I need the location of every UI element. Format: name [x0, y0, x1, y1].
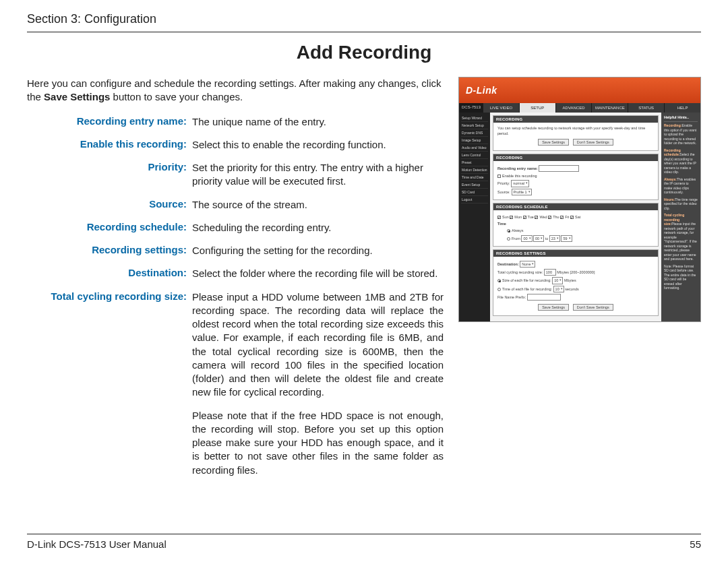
- dont-save-settings-button[interactable]: Don't Save Settings: [573, 304, 613, 311]
- def-row: Recording settings:Configuring the setti…: [27, 244, 444, 257]
- sidebar-item[interactable]: Lens Control: [461, 152, 488, 159]
- intro-text: Here you can configure and schedule the …: [27, 77, 444, 104]
- term: Destination:: [27, 267, 192, 280]
- sidebar-item[interactable]: Time and Date: [461, 174, 488, 181]
- entry-name-input[interactable]: [539, 165, 579, 172]
- desc: Select this to enable the recording func…: [192, 138, 444, 152]
- term: Source:: [27, 198, 192, 212]
- tab-maintenance[interactable]: MAINTENANCE: [592, 103, 628, 113]
- tab-live-video[interactable]: LIVE VIDEO: [483, 103, 519, 113]
- day-thu-checkbox[interactable]: [548, 216, 551, 219]
- size-radio[interactable]: [497, 279, 501, 282]
- term: Total cycling recording size:: [27, 290, 192, 477]
- from-radio[interactable]: [507, 237, 510, 241]
- to-hour-select[interactable]: 23: [549, 235, 560, 242]
- page-title: Add Recording: [27, 42, 701, 63]
- def-row: Total cycling recording size: Please inp…: [27, 290, 444, 477]
- term: Recording schedule:: [27, 221, 192, 235]
- panel-heading: RECORDING: [493, 116, 658, 123]
- size-select[interactable]: 10: [552, 277, 563, 284]
- desc: Select the folder where the recording fi…: [192, 267, 444, 280]
- intro-after: button to save your changes.: [110, 91, 243, 102]
- dlink-logo: D-Link: [466, 85, 497, 96]
- def-row: Priority:Set the priority for this entry…: [27, 161, 444, 189]
- destination-select[interactable]: None: [520, 261, 535, 268]
- sidebar-item[interactable]: Logout: [461, 196, 488, 204]
- panel-heading: RECORDING SETTINGS: [493, 250, 658, 257]
- help-text: Please input the network path of your ne…: [664, 222, 697, 261]
- sidebar-item[interactable]: Dynamic DNS: [461, 129, 488, 137]
- help-term: Always:: [664, 177, 677, 181]
- day-label: Sat: [575, 215, 580, 219]
- sidebar-item[interactable]: SD Card: [461, 189, 488, 196]
- save-settings-button[interactable]: Save Settings: [538, 304, 569, 311]
- priority-label: Priority:: [497, 181, 510, 185]
- sidebar-item[interactable]: Motion Detection: [461, 166, 488, 174]
- tab-status[interactable]: STATUS: [628, 103, 664, 113]
- sidebar-item[interactable]: Image Setup: [461, 137, 488, 144]
- day-label: Mon: [514, 215, 522, 219]
- page-footer: D-Link DCS-7513 User Manual 55: [27, 534, 701, 550]
- day-sun-checkbox[interactable]: [497, 216, 501, 219]
- day-tue-checkbox[interactable]: [523, 216, 526, 219]
- def-row: Enable this recording:Select this to ena…: [27, 138, 444, 152]
- desc: Scheduling the recording entry.: [192, 221, 444, 235]
- priority-select[interactable]: normal: [511, 180, 529, 187]
- help-term: Hours:: [664, 197, 675, 201]
- definitions-list: Recording entry name:The unique name of …: [27, 115, 444, 477]
- source-select[interactable]: Profile 1: [512, 189, 532, 195]
- panel-recording-schedule: RECORDING SCHEDULE Sun Mon Tue Wed Thu F…: [493, 203, 659, 247]
- from-hour-select[interactable]: 00: [521, 235, 532, 242]
- day-fri-checkbox[interactable]: [560, 216, 564, 219]
- sidebar-item[interactable]: Audio and Video: [461, 144, 488, 152]
- screenshot-help: Helpful Hints.. Recording:Enable this op…: [661, 113, 700, 321]
- screenshot: D-Link DCS-7513 LIVE VIDEO SETUP ADVANCE…: [458, 77, 701, 322]
- term: Recording entry name:: [27, 115, 192, 129]
- tab-setup[interactable]: SETUP: [520, 103, 555, 113]
- entry-name-label: Recording entry name:: [497, 166, 538, 170]
- screenshot-header: D-Link: [459, 77, 700, 103]
- content-column: Here you can configure and schedule the …: [27, 77, 444, 481]
- always-label: Always: [512, 228, 523, 232]
- screenshot-column: D-Link DCS-7513 LIVE VIDEO SETUP ADVANCE…: [458, 77, 701, 481]
- tcrs-label: Total cycling recording size:: [497, 270, 543, 274]
- day-label: Wed: [539, 215, 547, 219]
- desc: Set the priority for this entry. The ent…: [192, 161, 444, 189]
- term: Enable this recording:: [27, 138, 192, 152]
- timefile-select[interactable]: 10: [553, 286, 564, 292]
- help-term: Recording:: [664, 123, 681, 127]
- prefix-input[interactable]: [527, 294, 561, 301]
- enable-recording-checkbox[interactable]: [497, 175, 501, 178]
- tcrs-input[interactable]: 100: [544, 269, 556, 276]
- dont-save-settings-button[interactable]: Don't Save Settings: [573, 139, 613, 146]
- always-radio[interactable]: [507, 229, 510, 232]
- to-min-select[interactable]: 59: [561, 235, 572, 242]
- from-label: From: [512, 237, 520, 241]
- from-min-select[interactable]: 00: [533, 235, 544, 242]
- save-settings-button[interactable]: Save Settings: [538, 139, 569, 146]
- tab-help[interactable]: HELP: [665, 103, 700, 113]
- desc: The unique name of the entry.: [192, 115, 444, 129]
- day-label: Tue: [528, 215, 534, 219]
- size-label: Size of each file for recording:: [502, 278, 551, 282]
- sidebar-item[interactable]: Setup Wizard: [461, 115, 488, 122]
- enable-recording-label: Enable this recording: [502, 174, 537, 178]
- tab-advanced[interactable]: ADVANCED: [556, 103, 592, 113]
- sidebar-item[interactable]: Event Setup: [461, 181, 488, 189]
- panel-text: You can setup schedule recording to netw…: [497, 125, 654, 137]
- panel-recording-entry: RECORDING Recording entry name: Enable t…: [493, 154, 659, 200]
- intro-bold: Save Settings: [44, 91, 110, 102]
- day-mon-checkbox[interactable]: [510, 216, 513, 219]
- screenshot-center: RECORDING You can setup schedule recordi…: [490, 113, 661, 321]
- desc: The source of the stream.: [192, 198, 444, 212]
- timefile-unit: seconds: [565, 287, 579, 291]
- day-wed-checkbox[interactable]: [535, 216, 538, 219]
- time-radio[interactable]: [497, 288, 501, 291]
- day-sat-checkbox[interactable]: [570, 216, 574, 219]
- source-label: Source:: [497, 190, 510, 194]
- sidebar-item[interactable]: Network Setup: [461, 122, 488, 129]
- def-row: Recording entry name:The unique name of …: [27, 115, 444, 129]
- def-row: Recording schedule:Scheduling the record…: [27, 221, 444, 235]
- sidebar-item[interactable]: Preset: [461, 159, 488, 166]
- term: Priority:: [27, 161, 192, 189]
